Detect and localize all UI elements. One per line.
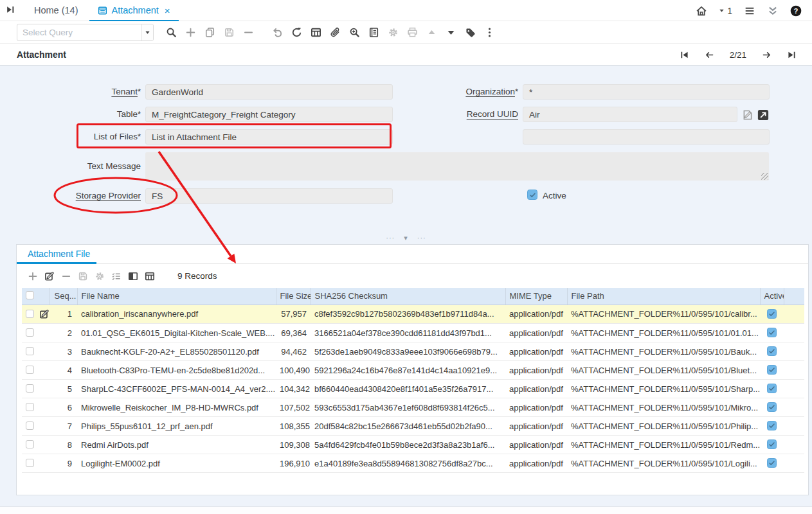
column-header-file-name[interactable]: File Name xyxy=(77,288,276,305)
column-header-active[interactable]: Active xyxy=(760,288,784,305)
report-icon[interactable] xyxy=(364,24,383,41)
column-header-seq[interactable]: Seq... xyxy=(49,288,77,305)
active-checkbox[interactable] xyxy=(767,346,777,356)
row-checkbox[interactable] xyxy=(26,328,34,337)
delete-row-icon[interactable] xyxy=(58,269,75,284)
active-checkbox[interactable] xyxy=(767,439,777,449)
last-record-icon[interactable] xyxy=(787,50,797,60)
active-checkbox[interactable] xyxy=(767,458,777,468)
unlabeled-field[interactable] xyxy=(523,129,770,145)
active-checkbox[interactable] xyxy=(767,384,777,393)
toggle-grid-icon[interactable] xyxy=(306,24,325,41)
toggle-pane-icon[interactable] xyxy=(125,269,141,284)
row-checkbox[interactable] xyxy=(26,310,34,318)
tab-home[interactable]: Home (14) xyxy=(24,0,88,21)
active-checkbox[interactable] xyxy=(767,328,777,337)
table-field[interactable]: M_FreightCategory_Freight Category xyxy=(145,107,393,122)
table-row[interactable]: 7 Philips_55pus6101_12_prf_aen.pdf 108,3… xyxy=(22,417,804,436)
scroll-up-icon[interactable] xyxy=(422,24,441,41)
active-checkbox[interactable] xyxy=(767,309,777,319)
customize-grid-icon[interactable] xyxy=(108,269,125,284)
select-all-checkbox[interactable] xyxy=(26,291,34,299)
select-query-input[interactable] xyxy=(17,24,141,40)
combo-dropdown-icon[interactable] xyxy=(141,24,153,40)
storage-provider-field[interactable]: FS xyxy=(145,188,393,204)
row-edit-icon[interactable] xyxy=(39,458,46,468)
undo-icon[interactable] xyxy=(267,24,287,41)
edit-row-icon[interactable] xyxy=(41,269,58,284)
table-row[interactable]: 4 Bluetooth-C83Pro-TEMU-en-2c5de8be81d20… xyxy=(22,361,804,380)
row-edit-icon[interactable] xyxy=(39,365,46,375)
refresh-icon[interactable] xyxy=(287,24,306,41)
record-uuid-field[interactable]: Air xyxy=(523,107,737,122)
table-row[interactable]: 2 01.01_QSG_EK6015_Digital-Kitchen-Scale… xyxy=(22,324,804,342)
delete-record-icon[interactable] xyxy=(239,24,258,41)
tab-attachment[interactable]: Attachment × xyxy=(88,0,180,21)
zoom-across-icon[interactable] xyxy=(345,24,364,41)
new-row-icon[interactable] xyxy=(24,269,41,284)
active-checkbox[interactable] xyxy=(767,421,777,430)
row-edit-icon[interactable] xyxy=(39,402,46,412)
row-checkbox[interactable] xyxy=(26,403,34,411)
more-actions-icon[interactable] xyxy=(480,24,499,41)
first-record-icon[interactable] xyxy=(680,50,689,60)
copy-record-icon[interactable] xyxy=(200,24,219,41)
attachment-icon[interactable] xyxy=(325,24,345,41)
save-row-icon[interactable] xyxy=(75,269,91,284)
tab-close-icon[interactable]: × xyxy=(165,5,170,16)
row-checkbox[interactable] xyxy=(26,347,34,355)
select-query-combo[interactable] xyxy=(17,24,154,41)
list-of-files-field[interactable]: List in Attachment File xyxy=(145,129,393,145)
tab-attachment-file[interactable]: Attachment File xyxy=(28,249,90,259)
organization-field[interactable]: * xyxy=(523,84,770,100)
row-edit-icon[interactable] xyxy=(39,421,46,431)
table-row[interactable]: 1 calibration_iriscananywhere.pdf 57,957… xyxy=(22,305,804,324)
row-edit-icon[interactable] xyxy=(39,384,46,394)
previous-record-icon[interactable] xyxy=(705,50,714,60)
column-header-mime-type[interactable]: MIME Type xyxy=(505,288,567,305)
table-row[interactable]: 5 SharpLC-43CFF6002E_PFS-MAN-0014_A4_ver… xyxy=(22,380,804,398)
record-zoom-icon[interactable] xyxy=(757,109,769,121)
active-checkbox[interactable] xyxy=(767,365,777,375)
pane-splitter[interactable]: ··· ▾ ··· xyxy=(0,233,812,243)
collapse-all-icon[interactable] xyxy=(766,4,779,17)
tenant-field[interactable]: GardenWorld xyxy=(145,84,393,100)
table-row[interactable]: 3 Bauknecht-KGLF-20-A2+_EL855028501120.p… xyxy=(22,342,804,361)
row-edit-icon[interactable] xyxy=(39,439,46,450)
find-record-icon[interactable] xyxy=(161,24,181,41)
record-edit-icon[interactable] xyxy=(741,109,753,121)
table-row[interactable]: 8 Redmi AirDots.pdf 109,308 5a4fd6429fcb… xyxy=(22,436,804,454)
quick-grid-icon[interactable] xyxy=(141,269,158,284)
table-label: Table* xyxy=(17,107,141,122)
scroll-down-icon[interactable] xyxy=(441,24,460,41)
column-header-file-size[interactable]: File Size xyxy=(276,288,311,305)
save-record-icon[interactable] xyxy=(219,24,239,41)
table-row[interactable]: 6 Mikrowelle_Reiskocher_IM_P8-HD-MWRCs.p… xyxy=(22,398,804,417)
text-message-field[interactable] xyxy=(145,152,769,181)
sidebar-expand-icon[interactable] xyxy=(5,4,17,16)
new-record-icon[interactable] xyxy=(181,24,200,41)
home-icon[interactable] xyxy=(695,4,707,17)
menu-icon[interactable] xyxy=(743,4,755,17)
print-icon[interactable] xyxy=(402,24,422,41)
column-header-file-path[interactable]: File Path xyxy=(567,288,760,305)
open-windows-selector[interactable]: 1 xyxy=(718,6,732,16)
process-row-icon[interactable] xyxy=(91,269,108,284)
process-icon[interactable] xyxy=(383,24,402,41)
table-row[interactable]: 9 Logilight-EM0002.pdf 196,910 e1a40189f… xyxy=(22,454,804,473)
column-header-sha256[interactable]: SHA256 Checksum xyxy=(311,288,505,305)
row-checkbox[interactable] xyxy=(26,459,34,467)
row-checkbox[interactable] xyxy=(26,384,34,393)
help-icon[interactable]: ? xyxy=(789,4,802,17)
row-edit-icon[interactable] xyxy=(39,328,46,338)
label-icon[interactable] xyxy=(460,24,480,41)
row-edit-icon[interactable] xyxy=(39,346,46,357)
active-checkbox[interactable] xyxy=(767,402,777,412)
active-checkbox[interactable] xyxy=(527,190,537,200)
next-record-icon[interactable] xyxy=(762,50,771,60)
row-checkbox[interactable] xyxy=(26,421,34,430)
row-edit-icon[interactable] xyxy=(39,309,49,319)
splitter-caret-icon[interactable]: ▾ xyxy=(404,233,408,243)
row-checkbox[interactable] xyxy=(26,366,34,374)
row-checkbox[interactable] xyxy=(26,440,34,448)
